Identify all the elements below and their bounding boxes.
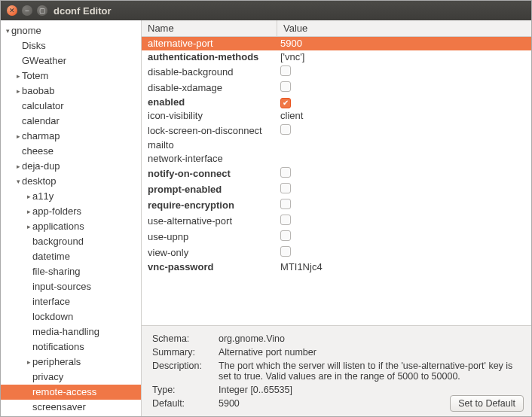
chevron-right-icon[interactable]: ▸ <box>25 205 32 218</box>
checkbox[interactable] <box>280 230 291 241</box>
column-value-header[interactable]: Value <box>277 20 531 36</box>
setting-row-icon-visibility[interactable]: icon-visibilityclient <box>142 109 531 123</box>
close-icon[interactable]: ✕ <box>7 5 17 16</box>
setting-row-use-alternative-port[interactable]: use-alternative-port <box>142 213 531 229</box>
tree-item-GWeather[interactable]: GWeather <box>1 53 141 68</box>
chevron-right-icon[interactable]: ▸ <box>25 190 32 203</box>
column-name-header[interactable]: Name <box>142 20 277 36</box>
tree-item-baobab[interactable]: ▸baobab <box>1 84 141 99</box>
setting-name: use-upnp <box>148 230 277 244</box>
default-label: Default: <box>152 398 219 409</box>
tree-item-label: Totem <box>22 69 48 83</box>
setting-row-enabled[interactable]: enabled✔ <box>142 96 531 109</box>
tree-item-file-sharing[interactable]: file-sharing <box>1 264 141 279</box>
setting-row-authentication-methods[interactable]: authentication-methods['vnc'] <box>142 50 531 64</box>
checkbox[interactable] <box>280 81 291 92</box>
setting-value[interactable]: client <box>277 109 525 123</box>
setting-name: icon-visibility <box>148 109 277 123</box>
tree-item-peripherals[interactable]: ▸peripherals <box>1 355 141 370</box>
setting-value <box>277 229 525 245</box>
checkbox[interactable] <box>280 124 291 135</box>
maximize-icon[interactable]: ▢ <box>37 5 47 16</box>
tree-item-gnome[interactable]: ▾gnome <box>1 23 141 38</box>
chevron-right-icon[interactable]: ▸ <box>14 84 22 98</box>
tree-item-a11y[interactable]: ▸a11y <box>1 189 141 204</box>
tree-item-label: calculator <box>22 99 64 113</box>
setting-row-prompt-enabled[interactable]: prompt-enabled <box>142 181 531 197</box>
tree-item-app-folders[interactable]: ▸app-folders <box>1 204 141 219</box>
setting-name: lock-screen-on-disconnect <box>148 124 277 138</box>
chevron-right-icon[interactable]: ▸ <box>14 160 22 173</box>
tree-item-deja-dup[interactable]: ▸deja-dup <box>1 159 141 174</box>
setting-name: require-encryption <box>148 199 277 212</box>
setting-value <box>277 80 525 96</box>
type-label: Type: <box>152 385 219 395</box>
setting-value <box>277 123 525 138</box>
tree-item-interface[interactable]: interface <box>1 294 141 309</box>
tree-item-label: lockdown <box>32 310 73 324</box>
setting-row-lock-screen-on-disconnect[interactable]: lock-screen-on-disconnect <box>142 123 531 138</box>
tree-item-label: app-folders <box>32 205 81 218</box>
checkbox[interactable] <box>280 199 291 209</box>
setting-row-network-interface[interactable]: network-interface <box>142 152 531 166</box>
settings-list[interactable]: alternative-port5900authentication-metho… <box>142 37 531 325</box>
tree-item-calculator[interactable]: calculator <box>1 99 141 114</box>
schema-tree[interactable]: ▾gnomeDisksGWeather▸Totem▸baobabcalculat… <box>1 20 142 417</box>
tree-item-calendar[interactable]: calendar <box>1 114 141 129</box>
content-pane: Name Value alternative-port5900authentic… <box>142 20 531 417</box>
tree-item-lockdown[interactable]: lockdown <box>1 309 141 324</box>
setting-value <box>277 197 525 213</box>
setting-value <box>277 166 525 181</box>
checkbox[interactable]: ✔ <box>280 98 291 108</box>
setting-row-vnc-password[interactable]: vnc-passwordMTI1Njc4 <box>142 260 531 274</box>
setting-row-use-upnp[interactable]: use-upnp <box>142 229 531 245</box>
description-value: The port which the server will listen to… <box>219 361 521 382</box>
description-label: Description: <box>152 361 219 371</box>
setting-value[interactable]: 5900 <box>277 37 525 50</box>
tree-item-media-handling[interactable]: media-handling <box>1 324 141 339</box>
tree-item-charmap[interactable]: ▸charmap <box>1 129 141 144</box>
set-to-default-button[interactable]: Set to Default <box>450 395 524 412</box>
setting-row-notify-on-connect[interactable]: notify-on-connect <box>142 166 531 181</box>
tree-item-input-sources[interactable]: input-sources <box>1 279 141 294</box>
checkbox[interactable] <box>280 183 291 193</box>
checkbox[interactable] <box>280 65 291 76</box>
setting-value[interactable]: MTI1Njc4 <box>277 260 525 274</box>
chevron-right-icon[interactable]: ▸ <box>14 129 22 143</box>
tree-item-Disks[interactable]: Disks <box>1 38 141 53</box>
chevron-right-icon[interactable]: ▸ <box>14 69 22 83</box>
tree-item-screensaver[interactable]: screensaver <box>1 400 141 415</box>
checkbox[interactable] <box>280 246 291 257</box>
setting-row-disable-background[interactable]: disable-background <box>142 64 531 80</box>
tree-item-datetime[interactable]: datetime <box>1 249 141 264</box>
checkbox[interactable] <box>280 167 291 178</box>
setting-row-require-encryption[interactable]: require-encryption <box>142 197 531 213</box>
setting-value[interactable]: ['vnc'] <box>277 50 525 64</box>
chevron-right-icon[interactable]: ▸ <box>25 355 32 369</box>
tree-item-privacy[interactable]: privacy <box>1 370 141 385</box>
tree-item-desktop[interactable]: ▾desktop <box>1 174 141 189</box>
checkbox[interactable] <box>280 215 291 225</box>
chevron-right-icon[interactable]: ▸ <box>25 220 32 233</box>
tree-item-label: applications <box>32 220 84 233</box>
setting-name: use-alternative-port <box>148 215 277 228</box>
chevron-down-icon[interactable]: ▾ <box>14 175 22 188</box>
setting-name: disable-xdamage <box>148 81 277 95</box>
setting-row-mailto[interactable]: mailto <box>142 138 531 152</box>
tree-item-applications[interactable]: ▸applications <box>1 219 141 234</box>
tree-item-remote-access[interactable]: remote-access <box>1 385 141 400</box>
setting-row-view-only[interactable]: view-only <box>142 245 531 260</box>
tree-item-label: Disks <box>22 39 46 53</box>
tree-item-label: file-sharing <box>32 265 81 279</box>
minimize-icon[interactable]: – <box>22 5 32 16</box>
tree-item-Totem[interactable]: ▸Totem <box>1 68 141 84</box>
setting-row-alternative-port[interactable]: alternative-port5900 <box>142 37 531 50</box>
tree-item-notifications[interactable]: notifications <box>1 339 141 355</box>
tree-item-label: screensaver <box>32 400 86 414</box>
setting-row-disable-xdamage[interactable]: disable-xdamage <box>142 80 531 96</box>
tree-item-label: interface <box>32 295 70 309</box>
tree-item-background[interactable]: background <box>1 234 141 249</box>
chevron-down-icon[interactable]: ▾ <box>4 24 11 38</box>
tree-item-cheese[interactable]: cheese <box>1 144 141 159</box>
tree-item-label: baobab <box>22 84 54 98</box>
